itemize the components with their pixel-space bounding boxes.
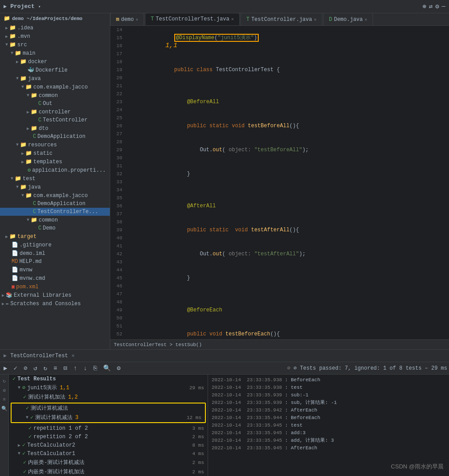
tab-demo-label: demo [121, 16, 134, 23]
sidebar-item-mvnwcmd[interactable]: 📄 mvnw.cmd [0, 274, 110, 282]
strip-icon-3[interactable]: ≡ [3, 397, 6, 402]
tab-testcontrollertest[interactable]: T TestControllerTest.java ✕ [145, 13, 240, 25]
code-content[interactable]: @DisplayName("junit5演示") 1,1 public clas… [126, 26, 449, 339]
run-sort-icon[interactable]: ≡ [52, 364, 59, 373]
test-item-calc1[interactable]: ▼ ✓ TestCalculator1 4 ms [9, 449, 208, 458]
tab-tc-icon: T [246, 16, 249, 23]
tab-demo[interactable]: m demo ✕ [110, 13, 144, 25]
test-item-inner-add[interactable]: ✓ 内嵌类-测试计算机加法 2 ms [9, 467, 208, 476]
minimize-icon[interactable]: — [442, 3, 445, 10]
sidebar-item-gitignore[interactable]: 📄 .gitignore [0, 241, 110, 249]
tab-demo-java-label: Demo.java [334, 16, 363, 23]
folder-docker-icon: 📁 [20, 58, 27, 65]
sidebar-item-mvn[interactable]: ▶ 📁 .mvn [0, 32, 110, 40]
sidebar-item-test[interactable]: ▼ 📁 test [0, 174, 110, 183]
java-tc-icon: C [38, 117, 41, 123]
sidebar-item-test-java[interactable]: ▼ 📁 java [0, 183, 110, 191]
test-item-add[interactable]: ✓ 测试计算机加法 1,2 [9, 392, 208, 402]
run-play-icon[interactable]: ▶ [2, 363, 9, 373]
annotation-junit5: 1,1 [60, 385, 69, 391]
sidebar-item-static[interactable]: ▶ 📁 static [0, 149, 110, 157]
run-settings-icon[interactable]: ⚙ [115, 363, 122, 373]
test-item-rep2[interactable]: ✓ repetition 2 of 2 2 ms [9, 432, 208, 441]
time-inner-add: 2 ms [192, 469, 204, 475]
run-filter-icon[interactable]: ⊟ [62, 363, 69, 373]
sidebar-item-test-demoapplication[interactable]: C DemoApplication [0, 200, 110, 208]
tab-tct-close[interactable]: ✕ [231, 16, 234, 22]
run-close-button[interactable]: ✕ [72, 352, 75, 359]
run-rerun-failed-icon[interactable]: ↻ [42, 363, 49, 373]
sidebar-item-target[interactable]: ▶ 📁 target [0, 232, 110, 241]
test-item-sub-repeated[interactable]: ▼ ✓ 测试计算机减法 3 12 ms [12, 413, 205, 422]
sidebar-item-out[interactable]: C Out [0, 100, 110, 108]
chevron-docker: ▶ [16, 59, 19, 65]
sidebar-item-controller[interactable]: ▶ 📁 controller [0, 108, 110, 116]
java-demo-icon: C [33, 133, 36, 140]
sidebar-item-demoiml[interactable]: 📄 demo.iml [0, 249, 110, 258]
run-check-icon[interactable]: ✓ [12, 363, 19, 373]
sidebar-item-helpmd[interactable]: MD HELP.md [0, 258, 110, 266]
sidebar-item-test-com[interactable]: ▼ 📁 com.example.jacco [0, 191, 110, 200]
sidebar-item-scratches[interactable]: ▶ ✏️ Scratches and Consoles [0, 299, 110, 308]
sidebar-label-testcontroller: TestController [43, 117, 88, 123]
sidebar-label-com: com.example.jacco [33, 84, 88, 90]
sidebar-item-main[interactable]: ▼ 📁 main [0, 49, 110, 57]
tab-testcontroller[interactable]: T TestController.java ✕ [241, 13, 322, 25]
test-item-inner-sub[interactable]: ✓ 内嵌类-测试计算机减法 2 ms [9, 458, 208, 467]
settings-icon[interactable]: ⚙ [435, 3, 439, 10]
run-down-icon[interactable]: ↓ [81, 364, 88, 373]
sidebar-item-appprops[interactable]: ⚙ application.properti... [0, 166, 110, 174]
chevron-resources: ▼ [16, 142, 19, 147]
sidebar-label-gitignore: .gitignore [20, 242, 52, 248]
sidebar-item-mvnw[interactable]: 📄 mvnw [0, 266, 110, 274]
sidebar-item-demo[interactable]: C Demo [0, 224, 110, 232]
strip-icon-1[interactable]: ↻ [3, 378, 6, 384]
tab-demo-close[interactable]: ✕ [136, 17, 138, 22]
sidebar-item-templates[interactable]: ▶ 📁 templates [0, 157, 110, 166]
test-item-sub-selected[interactable]: ✓ 测试计算机减法 [12, 403, 205, 413]
test-item-rep1[interactable]: ✓ repetition 1 of 2 3 ms [9, 424, 208, 432]
strip-icon-4[interactable]: 🔍 [1, 406, 8, 411]
test-status-text: ⊘ ⊘ Tests passed: 7, ignored: 1 of 8 tes… [287, 365, 447, 371]
run-search-icon[interactable]: 🔍 [101, 363, 112, 373]
sidebar-item-resources[interactable]: ▼ 📁 resources [0, 141, 110, 149]
sidebar-item-docker[interactable]: ▶ 📁 docker [0, 57, 110, 66]
sidebar-item-idea[interactable]: ▶ 📁 .idea [0, 24, 110, 32]
code-line-25: } [129, 266, 449, 290]
tab-demo-java[interactable]: D Demo.java ✕ [323, 13, 373, 25]
chevron-com: ▼ [21, 85, 24, 89]
sidebar-item-java[interactable]: ▼ 📁 java [0, 74, 110, 83]
sidebar-item-extlibs[interactable]: ▶ 📚 External Libraries [0, 291, 110, 299]
run-icon: ▶ [4, 352, 7, 359]
sidebar-item-com[interactable]: ▼ 📁 com.example.jacco [0, 83, 110, 91]
sidebar-item-dto[interactable]: ▶ 📁 dto [0, 124, 110, 133]
sidebar-item-demoapplication[interactable]: C DemoApplication [0, 133, 110, 141]
run-rerun-icon[interactable]: ↺ [32, 363, 39, 373]
strip-icon-2[interactable]: ⚙ [3, 387, 6, 393]
folder-icon: 📁 [4, 15, 10, 22]
sidebar-item-testcontrollertest[interactable]: C TestControllerTe... [0, 208, 110, 216]
time-junit5: 29 ms [189, 385, 204, 391]
sidebar-item-testcontroller[interactable]: C TestController [0, 116, 110, 124]
sidebar-item-common[interactable]: ▼ 📁 common [0, 91, 110, 100]
sync-icon[interactable]: ⊕ [422, 3, 426, 10]
run-stop-icon[interactable]: ⊘ [22, 363, 29, 373]
test-item-junit5[interactable]: ▼ ⊘ junit5演示 1,1 29 ms [9, 383, 208, 392]
sidebar-item-test-common[interactable]: ▼ 📁 common [0, 216, 110, 224]
sidebar-item-dockerfile[interactable]: 🐳 Dockerfile [0, 66, 110, 74]
folder-common-icon: 📁 [31, 92, 37, 99]
layout-icon[interactable]: ⇄ [429, 3, 433, 10]
run-up-icon[interactable]: ↑ [72, 364, 79, 373]
sidebar-item-pomxml[interactable]: ▣ pom.xml [0, 282, 110, 291]
tab-tc-close[interactable]: ✕ [314, 17, 317, 22]
sidebar-label-pomxml: pom.xml [16, 284, 38, 290]
sidebar-label-dockerfile: Dockerfile [36, 67, 68, 73]
java-demo2-icon: C [38, 225, 41, 231]
top-bar-icons: ⊕ ⇄ ⚙ — [422, 3, 445, 10]
tab-demo-java-close[interactable]: ✕ [365, 17, 367, 22]
main-layout: 📁 demo ~/IdeaProjects/demo ▶ 📁 .idea ▶ 📁… [0, 13, 449, 349]
run-export-icon[interactable]: ⎘ [92, 364, 99, 373]
sidebar-item-src[interactable]: ▼ 📁 src [0, 40, 110, 49]
check-inner-sub: ✓ [23, 459, 26, 466]
test-item-calc2[interactable]: ▶ ✓ TestCalculator2 8 ms [9, 441, 208, 449]
